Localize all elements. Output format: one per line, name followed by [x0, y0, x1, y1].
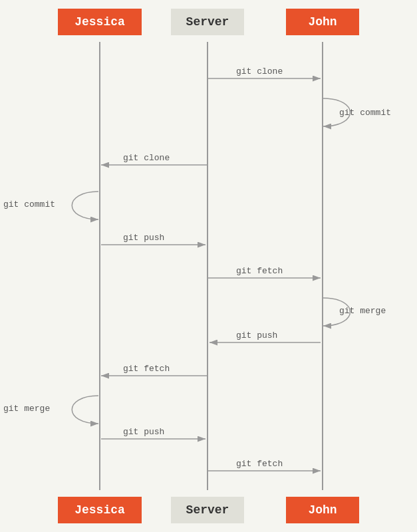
label-git-push-jessica-server: git push [123, 233, 164, 243]
server-bottom-label: Server [186, 503, 229, 517]
label-git-fetch-john: git fetch [236, 266, 283, 276]
arrow-git-commit-jessica [72, 192, 98, 219]
jessica-top-label: Jessica [74, 15, 125, 29]
actor-john-top: John [286, 9, 359, 35]
label-git-push-john-server: git push [236, 331, 277, 340]
label-git-commit-john: git commit [339, 108, 391, 118]
lifeline-jessica [99, 42, 100, 490]
label-git-fetch-john2: git fetch [236, 459, 283, 469]
arrow-git-merge-jessica [72, 396, 98, 424]
jessica-bottom-label: Jessica [74, 503, 125, 517]
label-git-merge-jessica: git merge [3, 404, 50, 414]
arrows-svg [0, 0, 417, 532]
lifeline-server [207, 42, 208, 490]
label-git-clone-jessica: git clone [123, 153, 170, 163]
label-git-fetch-jessica: git fetch [123, 364, 170, 374]
actor-jessica-bottom: Jessica [58, 497, 142, 523]
lifeline-john [322, 42, 323, 490]
sequence-diagram: Jessica Server John Jessica Server John [0, 0, 417, 532]
label-git-push-jessica-server2: git push [123, 427, 164, 437]
server-top-label: Server [186, 15, 229, 29]
actor-john-bottom: John [286, 497, 359, 523]
actor-jessica-top: Jessica [58, 9, 142, 35]
label-git-commit-jessica: git commit [3, 200, 55, 209]
john-bottom-label: John [308, 503, 337, 517]
actor-server-bottom: Server [171, 497, 244, 523]
john-top-label: John [308, 15, 337, 29]
label-git-clone-server-john: git clone [236, 66, 283, 76]
actor-server-top: Server [171, 9, 244, 35]
label-git-merge-john: git merge [339, 306, 386, 316]
